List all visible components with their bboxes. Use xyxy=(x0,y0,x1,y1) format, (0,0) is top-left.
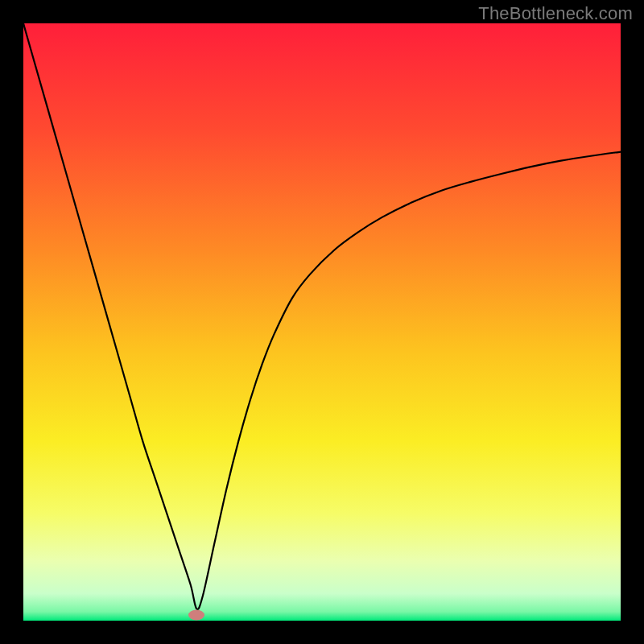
valley-marker xyxy=(188,609,204,620)
chart-frame: TheBottleneck.com xyxy=(0,0,644,644)
plot-area xyxy=(23,23,621,621)
bottleneck-curve xyxy=(23,23,621,621)
attribution-text: TheBottleneck.com xyxy=(478,3,633,24)
